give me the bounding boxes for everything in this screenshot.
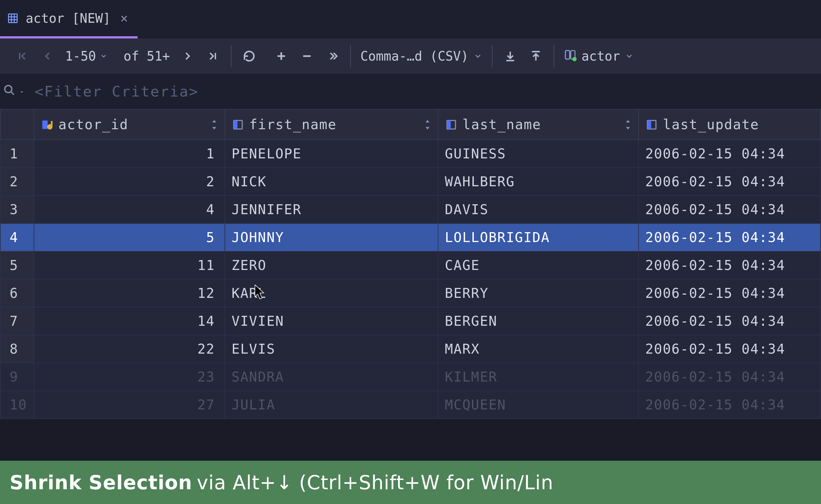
row-number-cell[interactable]: 9	[0, 363, 34, 391]
reload-button[interactable]	[241, 48, 257, 64]
table-dropdown[interactable]: actor	[564, 48, 634, 64]
format-label: Comma-…d (CSV)	[360, 49, 469, 63]
prev-page-button[interactable]	[39, 48, 55, 64]
cell-last-name[interactable]: MARX	[438, 335, 639, 363]
cell-actor-id[interactable]: 23	[34, 363, 225, 391]
row-number-cell[interactable]: 5	[0, 251, 34, 279]
column-header-last-update[interactable]: last_update	[639, 109, 821, 140]
row-number-header[interactable]	[0, 109, 34, 140]
column-icon	[645, 118, 658, 131]
row-number-cell[interactable]: 8	[0, 335, 34, 363]
svg-rect-11	[51, 121, 53, 126]
column-header-last-name[interactable]: last_name	[438, 109, 639, 140]
cell-actor-id[interactable]: 2	[34, 168, 225, 196]
table-row[interactable]: 822ELVISMARX2006-02-15 04:34	[0, 335, 821, 363]
svg-rect-15	[447, 120, 451, 129]
cell-last-update[interactable]: 2006-02-15 04:34	[639, 251, 821, 279]
cell-last-name[interactable]: MCQUEEN	[438, 391, 639, 419]
table-row[interactable]: 1027JULIAMCQUEEN2006-02-15 04:34	[0, 391, 821, 419]
cell-last-update[interactable]: 2006-02-15 04:34	[639, 391, 821, 419]
add-row-button[interactable]	[273, 48, 289, 64]
chevron-down-icon	[473, 52, 482, 61]
last-page-button[interactable]	[205, 48, 221, 64]
cell-first-name[interactable]: VIVIEN	[225, 307, 438, 335]
cell-actor-id[interactable]: 4	[34, 196, 225, 223]
cell-last-name[interactable]: WAHLBERG	[438, 168, 639, 196]
tab-title: actor [NEW]	[26, 11, 111, 26]
cell-last-update[interactable]: 2006-02-15 04:34	[639, 196, 821, 223]
cell-first-name[interactable]: NICK	[225, 168, 438, 196]
banner-bold: Shrink Selection	[10, 471, 192, 494]
cell-last-name[interactable]: LOLLOBRIGIDA	[438, 223, 639, 251]
remove-row-button[interactable]	[299, 48, 315, 64]
page-range-dropdown[interactable]: 1-50	[65, 49, 107, 63]
cell-actor-id[interactable]: 12	[34, 279, 225, 307]
table-row[interactable]: 612KARLBERRY2006-02-15 04:34	[0, 279, 821, 307]
row-number-cell[interactable]: 3	[0, 196, 34, 223]
cell-last-update[interactable]: 2006-02-15 04:34	[639, 140, 821, 168]
cell-last-name[interactable]: CAGE	[438, 251, 639, 279]
table-name: actor	[581, 49, 620, 63]
toolbar-divider	[492, 45, 493, 67]
cell-first-name[interactable]: JULIA	[225, 391, 438, 419]
cell-last-name[interactable]: KILMER	[438, 363, 639, 391]
search-icon	[3, 84, 15, 99]
cell-last-name[interactable]: BERGEN	[438, 307, 639, 335]
cell-last-update[interactable]: 2006-02-15 04:34	[639, 168, 821, 196]
table-row[interactable]: 22NICKWAHLBERG2006-02-15 04:34	[0, 168, 821, 196]
row-number-cell[interactable]: 6	[0, 279, 34, 307]
row-number-cell[interactable]: 10	[0, 391, 34, 419]
cell-last-update[interactable]: 2006-02-15 04:34	[639, 335, 821, 363]
cell-actor-id[interactable]: 1	[34, 140, 225, 168]
table-row[interactable]: 45JOHNNYLOLLOBRIGIDA2006-02-15 04:34	[0, 223, 821, 251]
table-row[interactable]: 923SANDRAKILMER2006-02-15 04:34	[0, 363, 821, 391]
first-page-button[interactable]	[14, 48, 30, 64]
row-number-cell[interactable]: 2	[0, 168, 34, 196]
column-header-first-name[interactable]: first_name	[225, 109, 438, 140]
cell-first-name[interactable]: JOHNNY	[225, 223, 438, 251]
cell-actor-id[interactable]: 5	[34, 223, 225, 251]
cell-actor-id[interactable]: 22	[34, 335, 225, 363]
editor-tab[interactable]: actor [NEW] ×	[0, 0, 138, 38]
cell-first-name[interactable]: ELVIS	[225, 335, 438, 363]
cell-last-update[interactable]: 2006-02-15 04:34	[639, 223, 821, 251]
toolbar-divider	[350, 45, 351, 67]
cell-first-name[interactable]: KARL	[225, 279, 438, 307]
column-header-actor-id[interactable]: actor_id	[34, 109, 225, 140]
cell-first-name[interactable]: ZERO	[225, 251, 438, 279]
toolbar-divider	[554, 45, 554, 67]
table-row[interactable]: 511ZEROCAGE2006-02-15 04:34	[0, 251, 821, 279]
cell-last-name[interactable]: DAVIS	[438, 196, 639, 223]
table-row[interactable]: 34JENNIFERDAVIS2006-02-15 04:34	[0, 196, 821, 223]
table-row[interactable]: 714VIVIENBERGEN2006-02-15 04:34	[0, 307, 821, 335]
close-icon[interactable]: ×	[120, 11, 128, 26]
chevron-down-icon	[100, 52, 107, 60]
cell-last-name[interactable]: BERRY	[438, 279, 639, 307]
svg-point-8	[5, 86, 12, 93]
column-label: last_update	[663, 117, 759, 132]
upload-button[interactable]	[528, 48, 544, 64]
chevron-down-icon	[625, 52, 634, 61]
cell-actor-id[interactable]: 14	[34, 307, 225, 335]
export-format-dropdown[interactable]: Comma-…d (CSV)	[360, 49, 482, 63]
banner-rest: via Alt+↓ (Ctrl+Shift+W for Win/Lin	[197, 471, 554, 494]
cell-last-name[interactable]: GUINESS	[438, 140, 639, 168]
row-number-cell[interactable]: 7	[0, 307, 34, 335]
filter-bar[interactable]: <Filter Criteria>	[0, 74, 821, 109]
download-button[interactable]	[502, 48, 518, 64]
next-page-button[interactable]	[180, 48, 196, 64]
more-actions-button[interactable]	[325, 48, 341, 64]
cell-actor-id[interactable]: 11	[34, 251, 225, 279]
cell-first-name[interactable]: JENNIFER	[225, 196, 438, 223]
svg-rect-0	[9, 14, 17, 22]
cell-last-update[interactable]: 2006-02-15 04:34	[639, 363, 821, 391]
cell-actor-id[interactable]: 27	[34, 391, 225, 419]
cell-first-name[interactable]: PENELOPE	[225, 140, 438, 168]
column-label: last_name	[462, 117, 541, 132]
row-number-cell[interactable]: 4	[0, 223, 34, 251]
cell-last-update[interactable]: 2006-02-15 04:34	[639, 307, 821, 335]
cell-first-name[interactable]: SANDRA	[225, 363, 438, 391]
table-row[interactable]: 11PENELOPEGUINESS2006-02-15 04:34	[0, 140, 821, 168]
row-number-cell[interactable]: 1	[0, 140, 34, 168]
cell-last-update[interactable]: 2006-02-15 04:34	[639, 279, 821, 307]
